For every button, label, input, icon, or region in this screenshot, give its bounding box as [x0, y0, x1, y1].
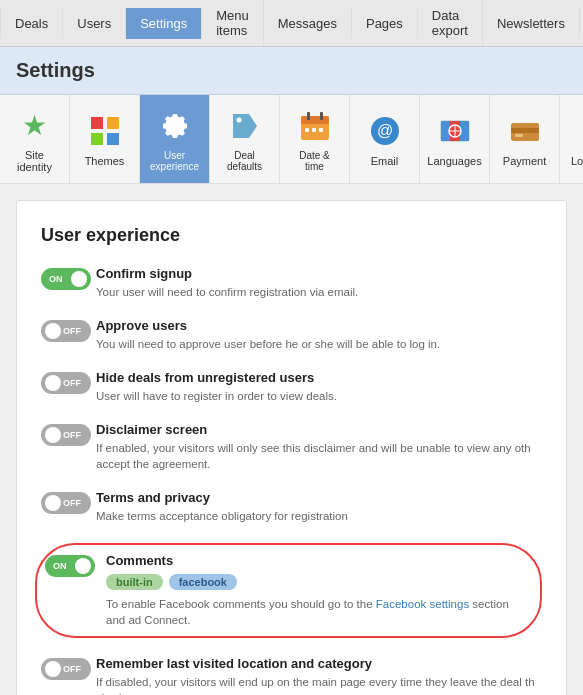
toggle-disclaimer[interactable]: OFF: [41, 424, 96, 446]
nav-settings[interactable]: Settings: [126, 8, 202, 39]
gear-icon: [155, 106, 195, 146]
setting-title-hide-deals: Hide deals from unregistered users: [96, 370, 542, 385]
setting-title-comments: Comments: [106, 553, 522, 568]
setting-desc-approve-users: You will need to approve user before he …: [96, 336, 542, 352]
svg-text:@: @: [376, 122, 392, 139]
icon-nav-date-time[interactable]: Date & time: [280, 95, 350, 183]
tag-built-in: built-in: [106, 574, 163, 590]
nav-pages[interactable]: Pages: [352, 8, 418, 39]
setting-confirm-signup: ON Confirm signup Your user will need to…: [41, 266, 542, 300]
top-navigation: Deals Users Settings Menu items Messages…: [0, 0, 583, 47]
icon-nav-deal-defaults[interactable]: Deal defaults: [210, 95, 280, 183]
toggle-approve-users[interactable]: OFF: [41, 320, 96, 342]
calendar-icon: [295, 106, 335, 146]
svg-rect-2: [91, 133, 103, 145]
toggle-terms[interactable]: OFF: [41, 492, 96, 514]
languages-icon: [435, 111, 475, 151]
setting-desc-hide-deals: User will have to register in order to v…: [96, 388, 542, 404]
toggle-hide-deals[interactable]: OFF: [41, 372, 96, 394]
tag-icon: [225, 106, 265, 146]
setting-title-confirm-signup: Confirm signup: [96, 266, 542, 281]
setting-desc-confirm-signup: Your user will need to confirm registrat…: [96, 284, 542, 300]
svg-rect-23: [511, 128, 539, 133]
icon-nav-email[interactable]: @ Email: [350, 95, 420, 183]
setting-desc-disclaimer: If enabled, your visitors will only see …: [96, 440, 542, 472]
setting-desc-comments: To enable Facebook comments you should g…: [106, 596, 522, 628]
setting-title-approve-users: Approve users: [96, 318, 542, 333]
toggle-comments[interactable]: ON: [45, 555, 100, 577]
setting-disclaimer: OFF Disclaimer screen If enabled, your v…: [41, 422, 542, 472]
main-content: User experience ON Confirm signup Your u…: [16, 200, 567, 695]
nav-menu-items[interactable]: Menu items: [202, 0, 264, 46]
setting-approve-users: OFF Approve users You will need to appro…: [41, 318, 542, 352]
svg-marker-4: [233, 114, 257, 138]
svg-rect-12: [319, 128, 323, 132]
grid-icon: [85, 111, 125, 151]
icon-nav-languages[interactable]: Languages: [420, 95, 490, 183]
svg-rect-0: [91, 117, 103, 129]
setting-desc-remember-location: If disabled, your visitors will end up o…: [96, 674, 542, 695]
setting-remember-location: OFF Remember last visited location and c…: [41, 656, 542, 695]
tag-facebook: facebook: [169, 574, 237, 590]
setting-terms: OFF Terms and privacy Make terms accepta…: [41, 490, 542, 524]
svg-rect-3: [107, 133, 119, 145]
svg-point-5: [236, 118, 241, 123]
email-icon: @: [365, 111, 405, 151]
nav-newsletters[interactable]: Newsletters: [483, 8, 580, 39]
icon-navigation: ★ Site identity Themes User experience: [0, 95, 583, 184]
setting-desc-terms: Make terms acceptance obligatory for reg…: [96, 508, 542, 524]
nav-deals[interactable]: Deals: [0, 8, 63, 39]
svg-rect-9: [320, 112, 323, 120]
setting-hide-deals: OFF Hide deals from unregistered users U…: [41, 370, 542, 404]
toggle-remember-location[interactable]: OFF: [41, 658, 96, 680]
facebook-settings-link[interactable]: Facebook settings: [376, 598, 469, 610]
svg-rect-1: [107, 117, 119, 129]
svg-rect-24: [515, 134, 523, 137]
payment-icon: [505, 111, 545, 151]
nav-data-export[interactable]: Data export: [418, 0, 483, 46]
icon-nav-themes[interactable]: Themes: [70, 95, 140, 183]
svg-rect-8: [307, 112, 310, 120]
comment-tags: built-in facebook: [106, 574, 522, 590]
setting-comments: ON Comments built-in facebook To enable …: [41, 543, 542, 638]
svg-rect-11: [312, 128, 316, 132]
icon-nav-locations[interactable]: Locations: [560, 95, 583, 183]
nav-users[interactable]: Users: [63, 8, 126, 39]
setting-title-disclaimer: Disclaimer screen: [96, 422, 542, 437]
svg-rect-10: [305, 128, 309, 132]
page-title: Settings: [0, 47, 583, 95]
setting-title-remember-location: Remember last visited location and categ…: [96, 656, 542, 671]
icon-nav-site-identity[interactable]: ★ Site identity: [0, 95, 70, 183]
toggle-confirm-signup[interactable]: ON: [41, 268, 96, 290]
setting-title-terms: Terms and privacy: [96, 490, 542, 505]
star-icon: ★: [15, 105, 55, 145]
svg-rect-7: [301, 116, 329, 124]
nav-messages[interactable]: Messages: [264, 8, 352, 39]
icon-nav-payment[interactable]: Payment: [490, 95, 560, 183]
section-title: User experience: [41, 225, 542, 246]
flag-icon: [575, 111, 584, 151]
icon-nav-user-experience[interactable]: User experience: [140, 95, 210, 183]
